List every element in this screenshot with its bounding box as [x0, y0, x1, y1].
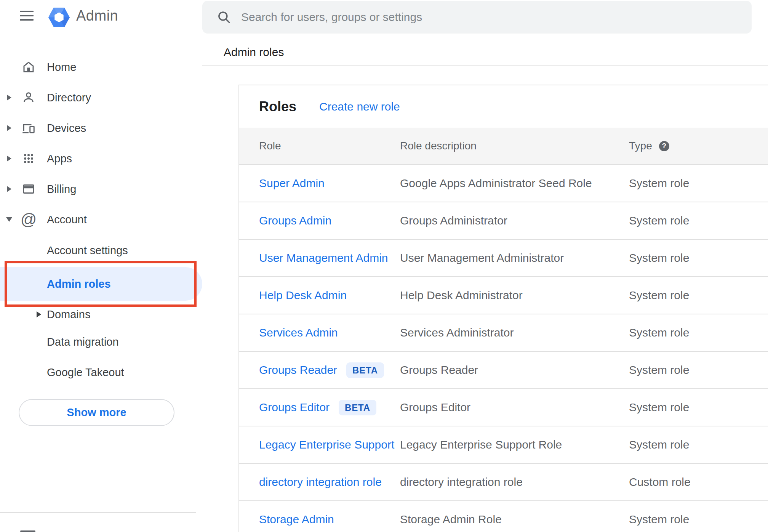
collapse-caret-icon [6, 217, 12, 222]
search-icon [216, 9, 232, 25]
card-title: Roles [259, 99, 296, 115]
google-admin-console: Admin Home Direc [0, 0, 768, 532]
role-description: Groups Editor [400, 401, 629, 414]
expand-caret-icon [7, 95, 11, 101]
apps-grid-icon [22, 152, 35, 165]
role-description: Legacy Enterprise Support Role [400, 438, 629, 451]
search-input[interactable] [241, 1, 736, 34]
role-type: System role [629, 438, 768, 451]
role-link[interactable]: Legacy Enterprise Support [259, 438, 394, 451]
table-row: User Management Admin User Management Ad… [239, 240, 768, 277]
sidebar-divider [0, 512, 196, 513]
sidebar-item-apps[interactable]: Apps [0, 143, 202, 174]
role-link[interactable]: User Management Admin [259, 252, 388, 264]
role-type: System role [629, 177, 768, 190]
role-type: System role [629, 289, 768, 302]
role-type: Custom role [629, 476, 768, 489]
sidebar-item-directory[interactable]: Directory [0, 82, 202, 113]
role-description: Storage Admin Role [400, 513, 629, 526]
table-row: Services Admin Services Administrator Sy… [239, 314, 768, 352]
role-description: Google Apps Administrator Seed Role [400, 177, 629, 190]
table-row: directory integration role directory int… [239, 464, 768, 501]
role-link[interactable]: Groups Editor [259, 401, 330, 414]
header-divider [202, 65, 768, 66]
role-link[interactable]: directory integration role [259, 476, 382, 489]
roles-card: Roles Create new role Role Role descript… [238, 85, 768, 532]
role-link[interactable]: Groups Reader [259, 364, 337, 377]
beta-badge: BETA [339, 400, 376, 415]
role-type: System role [629, 513, 768, 526]
role-link[interactable]: Help Desk Admin [259, 289, 347, 302]
role-link[interactable]: Groups Admin [259, 214, 331, 227]
sidebar-item-google-takeout[interactable]: Google Takeout [0, 357, 202, 388]
expand-caret-icon [7, 155, 11, 162]
role-type: System role [629, 326, 768, 339]
role-link[interactable]: Super Admin [259, 177, 325, 190]
table-row: Groups Reader BETA Groups Reader System … [239, 352, 768, 389]
table-header-row: Role Role description Type ? [239, 128, 768, 165]
home-icon [22, 60, 35, 74]
sidebar-item-data-migration[interactable]: Data migration [0, 327, 202, 357]
red-highlight-annotation [5, 261, 197, 307]
at-sign-icon: @ [22, 213, 35, 226]
help-icon[interactable]: ? [659, 141, 669, 151]
table-row: Legacy Enterprise Support Legacy Enterpr… [239, 426, 768, 464]
role-description: directory integration role [400, 476, 629, 489]
show-more-button[interactable]: Show more [19, 399, 174, 426]
table-row: Groups Admin Groups Administrator System… [239, 202, 768, 240]
column-header-type: Type ? [629, 140, 768, 152]
devices-icon [22, 121, 35, 135]
role-description: Help Desk Administrator [400, 289, 629, 302]
table-row: Storage Admin Storage Admin Role System … [239, 501, 768, 532]
role-description: User Management Administrator [400, 252, 629, 264]
sidebar-item-account[interactable]: @ Account [0, 204, 202, 235]
sidebar-item-billing[interactable]: Billing [0, 174, 202, 204]
role-description: Services Administrator [400, 326, 629, 339]
table-row: Help Desk Admin Help Desk Administrator … [239, 277, 768, 314]
sidebar: Admin Home Direc [0, 0, 202, 532]
role-description: Groups Reader [400, 364, 629, 377]
create-new-role-link[interactable]: Create new role [319, 100, 400, 113]
column-header-description: Role description [400, 140, 629, 152]
sidebar-item-devices[interactable]: Devices [0, 113, 202, 143]
role-description: Groups Administrator [400, 214, 629, 227]
role-link[interactable]: Services Admin [259, 326, 338, 339]
expand-caret-icon [7, 125, 11, 131]
table-row: Super Admin Google Apps Administrator Se… [239, 165, 768, 202]
sidebar-item-home[interactable]: Home [0, 52, 202, 82]
role-type: System role [629, 364, 768, 377]
person-icon [22, 91, 35, 104]
role-type: System role [629, 401, 768, 414]
role-type: System role [629, 252, 768, 264]
global-search-bar [202, 1, 752, 34]
partial-clipped-icon [20, 530, 35, 532]
roles-card-titlebar: Roles Create new role [239, 85, 768, 128]
role-link[interactable]: Storage Admin [259, 513, 334, 526]
column-header-role: Role [239, 140, 400, 152]
beta-badge: BETA [346, 362, 384, 378]
table-row: Groups Editor BETA Groups Editor System … [239, 389, 768, 426]
role-type: System role [629, 214, 768, 227]
expand-caret-icon [7, 186, 11, 192]
credit-card-icon [22, 182, 35, 196]
breadcrumb: Admin roles [224, 46, 284, 59]
expand-caret-icon [37, 311, 41, 317]
